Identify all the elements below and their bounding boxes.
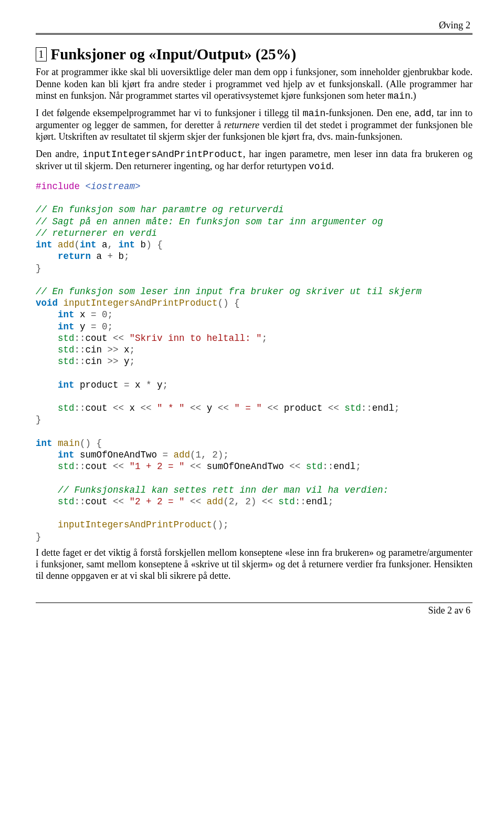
c: ( bbox=[223, 496, 229, 507]
c: return bbox=[36, 251, 91, 262]
c: ( bbox=[190, 450, 196, 460]
p3a: Den andre, bbox=[36, 149, 82, 159]
c: ; bbox=[130, 356, 135, 367]
c: int bbox=[36, 321, 75, 332]
c: add bbox=[52, 240, 75, 250]
c: "1 + 2 = " bbox=[124, 461, 190, 472]
c bbox=[339, 403, 345, 413]
c: ; bbox=[223, 520, 229, 530]
p1-tt: main bbox=[387, 91, 411, 101]
c: , bbox=[108, 240, 119, 250]
c: ) bbox=[218, 450, 224, 460]
c: ; bbox=[130, 345, 135, 355]
c: * bbox=[146, 380, 152, 390]
c: cin bbox=[86, 356, 108, 367]
c: product bbox=[278, 403, 328, 413]
c: >> bbox=[108, 356, 119, 367]
c: :: bbox=[322, 461, 333, 472]
c: :: bbox=[295, 496, 306, 507]
c: cout bbox=[86, 461, 113, 472]
c: int bbox=[36, 309, 75, 320]
c: cout bbox=[86, 403, 113, 413]
c: std bbox=[36, 333, 75, 344]
c: " * " bbox=[152, 403, 191, 413]
c: std bbox=[306, 461, 323, 472]
c: 1 bbox=[196, 450, 202, 460]
c: ( bbox=[75, 240, 80, 250]
c: << bbox=[267, 403, 278, 413]
c: int bbox=[36, 450, 75, 460]
c: , bbox=[234, 496, 245, 507]
c: () { bbox=[218, 298, 240, 308]
c: + bbox=[108, 251, 113, 262]
c: "Skriv inn to heltall: " bbox=[124, 333, 262, 344]
c: } bbox=[36, 532, 41, 542]
c: << bbox=[113, 496, 124, 507]
c: inputIntegersAndPrintProduct bbox=[58, 298, 218, 308]
c: void bbox=[36, 298, 58, 308]
c: x bbox=[124, 403, 141, 413]
c: = bbox=[124, 380, 130, 390]
c: b bbox=[113, 251, 124, 262]
code-header: <iostream> bbox=[80, 181, 141, 192]
c: :: bbox=[75, 461, 86, 472]
c: () bbox=[212, 520, 223, 530]
code-comment-3: // returnerer en verdi bbox=[36, 228, 157, 238]
c: << bbox=[141, 403, 152, 413]
c: y bbox=[201, 403, 218, 413]
c: inputIntegersAndPrintProduct bbox=[36, 520, 212, 530]
c: endl bbox=[306, 496, 328, 507]
c: sumOfOneAndTwo bbox=[201, 461, 289, 472]
c: << bbox=[190, 496, 201, 507]
c: ; bbox=[163, 380, 169, 390]
c: cout bbox=[86, 496, 113, 507]
c: std bbox=[36, 461, 75, 472]
c bbox=[300, 461, 306, 472]
c: add bbox=[201, 496, 223, 507]
c: 2 bbox=[245, 496, 251, 507]
c: std bbox=[36, 403, 75, 413]
section-number-box: 1 bbox=[36, 47, 47, 61]
c: y bbox=[75, 321, 91, 332]
code-comment-5: // Funksjonskall kan settes rett inn der… bbox=[36, 485, 388, 495]
c: int bbox=[36, 240, 52, 250]
c: " = " bbox=[229, 403, 268, 413]
c: add bbox=[168, 450, 190, 460]
c: } bbox=[36, 414, 41, 425]
c: () { bbox=[80, 438, 102, 449]
c: ; bbox=[328, 496, 334, 507]
c: std bbox=[344, 403, 361, 413]
c: "2 + 2 = " bbox=[124, 496, 190, 507]
c: << bbox=[218, 403, 229, 413]
c: << bbox=[328, 403, 339, 413]
c: ; bbox=[124, 251, 130, 262]
c: :: bbox=[75, 345, 86, 355]
c: cin bbox=[86, 345, 108, 355]
c: x bbox=[130, 380, 146, 390]
c: :: bbox=[75, 496, 86, 507]
c: ; bbox=[108, 321, 113, 332]
page-title: 1Funksjoner og «Input/Output» (25%) bbox=[36, 46, 472, 63]
c: << bbox=[190, 403, 201, 413]
p2a: I det følgende eksempelprogrammet har vi… bbox=[36, 108, 303, 118]
p3-tt2: void bbox=[309, 161, 332, 172]
c: , bbox=[201, 450, 212, 460]
title-text: Funksjoner og «Input/Output» (25%) bbox=[51, 46, 297, 63]
paragraph-2: I det følgende eksempelprogrammet har vi… bbox=[36, 107, 472, 143]
footer-page-number: Side 2 av 6 bbox=[36, 603, 472, 616]
c: 2 bbox=[229, 496, 235, 507]
paragraph-3: Den andre, inputIntegersAndPrintProduct,… bbox=[36, 148, 472, 172]
c: cout bbox=[86, 333, 113, 344]
c: ; bbox=[355, 461, 361, 472]
c: ; bbox=[394, 403, 400, 413]
c: int bbox=[80, 240, 97, 250]
p3-tt: inputIntegersAndPrintProduct bbox=[82, 149, 243, 160]
c: a bbox=[97, 240, 108, 250]
p1-end: .) bbox=[411, 90, 416, 101]
c: 0 bbox=[97, 309, 108, 320]
c: ; bbox=[262, 333, 268, 344]
c: = bbox=[91, 309, 97, 320]
header-rule bbox=[36, 33, 472, 36]
c: ) { bbox=[146, 240, 163, 250]
c: << bbox=[113, 333, 124, 344]
